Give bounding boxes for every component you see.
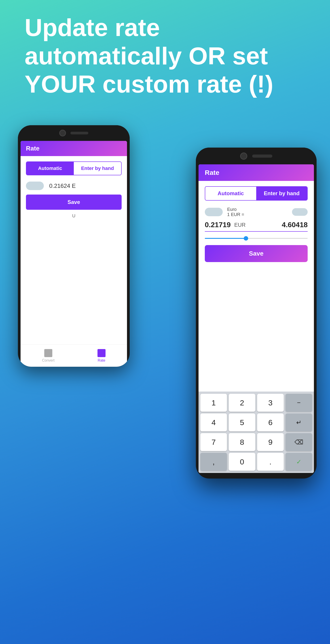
key-return-label: ↵ bbox=[296, 419, 302, 426]
key-backspace[interactable]: ⌫ bbox=[286, 433, 312, 451]
key-check-label: ✓ bbox=[296, 458, 302, 466]
phone-back-tabs: Automatic Enter by hand bbox=[26, 162, 122, 175]
key-6[interactable]: 6 bbox=[257, 414, 284, 431]
key-7-label: 7 bbox=[212, 438, 216, 446]
phone-back-rate-value: 0.21624 bbox=[49, 182, 70, 189]
front-tabs: Automatic Enter by hand bbox=[205, 186, 308, 200]
phone-back-toggle[interactable] bbox=[26, 182, 44, 190]
phone-back-rate: 0.21624 E bbox=[49, 182, 76, 190]
key-backspace-label: ⌫ bbox=[294, 438, 304, 446]
key-2[interactable]: 2 bbox=[229, 394, 255, 412]
front-tab-enter[interactable]: Enter by hand bbox=[256, 187, 307, 200]
phone-back-tab-enter[interactable]: Enter by hand bbox=[74, 162, 121, 175]
key-8[interactable]: 8 bbox=[229, 433, 255, 451]
key-9[interactable]: 9 bbox=[257, 433, 284, 451]
key-comma-label: , bbox=[212, 458, 215, 466]
phone-back-camera-icon bbox=[59, 130, 66, 136]
key-5-label: 5 bbox=[240, 418, 244, 427]
phone-front-speaker bbox=[252, 154, 272, 158]
phone-back-nav: Convert Rate bbox=[20, 344, 127, 346]
key-5[interactable]: 5 bbox=[229, 414, 255, 431]
rate-currency: EUR bbox=[234, 222, 246, 228]
key-dot[interactable]: . bbox=[257, 453, 284, 471]
phone-back-tab-automatic[interactable]: Automatic bbox=[26, 162, 74, 175]
key-4-label: 4 bbox=[212, 418, 216, 427]
phone-front-body: Automatic Enter by hand Euro 1 EUR = 0.2… bbox=[198, 181, 314, 473]
phone-back-update-text: U bbox=[26, 213, 122, 218]
phone-back-title: Rate bbox=[26, 145, 40, 152]
key-1-label: 1 bbox=[212, 398, 216, 407]
spacer bbox=[198, 262, 314, 392]
phone-back-toggle-row: 0.21624 E bbox=[26, 182, 122, 190]
rate-equals: 4.60418 bbox=[249, 221, 308, 229]
key-0[interactable]: 0 bbox=[229, 453, 255, 471]
key-0-label: 0 bbox=[240, 458, 244, 466]
key-minus[interactable]: − bbox=[286, 394, 312, 412]
phone-front-screen: Rate Automatic Enter by hand Euro 1 EUR … bbox=[198, 164, 314, 473]
key-3-label: 3 bbox=[268, 398, 272, 407]
phone-front-title: Rate bbox=[205, 169, 308, 176]
euro-label: Euro bbox=[227, 207, 288, 212]
slider-fill bbox=[205, 238, 246, 239]
key-minus-label: − bbox=[297, 399, 300, 406]
front-toggle[interactable] bbox=[205, 208, 223, 216]
phone-front-header: Rate bbox=[198, 164, 314, 181]
key-9-label: 9 bbox=[268, 438, 272, 446]
hero-section: Update rate automatically OR set YOUR cu… bbox=[24, 14, 306, 98]
key-4[interactable]: 4 bbox=[200, 414, 227, 431]
key-comma[interactable]: , bbox=[200, 453, 227, 471]
keyboard-row-1: 1 2 3 − bbox=[200, 394, 313, 412]
key-6-label: 6 bbox=[268, 418, 272, 427]
keyboard-row-3: 7 8 9 ⌫ bbox=[200, 433, 313, 451]
key-return[interactable]: ↵ bbox=[286, 414, 312, 431]
key-2-label: 2 bbox=[240, 398, 244, 407]
save-button[interactable]: Save bbox=[205, 245, 308, 262]
front-rate-row: Euro 1 EUR = bbox=[205, 207, 308, 217]
rate-number: 0.21719 bbox=[205, 221, 231, 229]
phones-container: Rate Automatic Enter by hand 0.21624 E S… bbox=[0, 125, 330, 644]
key-dot-label: . bbox=[270, 458, 272, 466]
key-3[interactable]: 3 bbox=[257, 394, 284, 412]
phone-back-header: Rate bbox=[20, 141, 127, 156]
euro-info: Euro 1 EUR = bbox=[227, 207, 288, 217]
phone-front-top-section: Automatic Enter by hand Euro 1 EUR = 0.2… bbox=[198, 181, 314, 262]
keyboard-row-2: 4 5 6 ↵ bbox=[200, 414, 313, 431]
toggle-right[interactable] bbox=[292, 208, 308, 216]
phone-back-speaker bbox=[70, 132, 88, 134]
key-8-label: 8 bbox=[240, 438, 244, 446]
phone-back: Rate Automatic Enter by hand 0.21624 E S… bbox=[18, 125, 130, 367]
phone-front-camera-icon bbox=[240, 152, 247, 160]
phone-back-notch bbox=[18, 125, 130, 141]
phone-front-notch bbox=[196, 148, 316, 164]
phone-back-content: Automatic Enter by hand 0.21624 E Save U bbox=[20, 156, 127, 224]
keyboard-row-4: , 0 . ✓ bbox=[200, 453, 313, 471]
phone-back-rate-currency: E bbox=[72, 182, 76, 189]
slider-row bbox=[205, 236, 308, 240]
euro-sub: 1 EUR = bbox=[227, 212, 288, 217]
rate-input-row: 0.21719 EUR 4.60418 bbox=[205, 221, 308, 232]
key-7[interactable]: 7 bbox=[200, 433, 227, 451]
key-1[interactable]: 1 bbox=[200, 394, 227, 412]
phone-back-save-button[interactable]: Save bbox=[26, 194, 122, 210]
key-check[interactable]: ✓ bbox=[286, 453, 312, 471]
phone-back-screen: Rate Automatic Enter by hand 0.21624 E S… bbox=[20, 141, 127, 346]
front-tab-automatic[interactable]: Automatic bbox=[205, 187, 256, 200]
slider-thumb[interactable] bbox=[244, 236, 248, 240]
phone-front: Rate Automatic Enter by hand Euro 1 EUR … bbox=[196, 148, 316, 478]
hero-title: Update rate automatically OR set YOUR cu… bbox=[24, 14, 306, 98]
keyboard: 1 2 3 − 4 5 6 ↵ 7 8 9 ⌫ bbox=[198, 392, 314, 473]
